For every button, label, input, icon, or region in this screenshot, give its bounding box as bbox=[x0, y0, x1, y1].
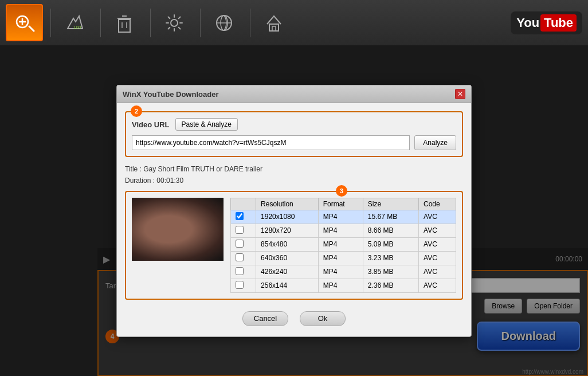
svg-point-11 bbox=[160, 209, 195, 249]
svg-text:100: 100 bbox=[73, 25, 81, 30]
video-title: Title : Gay Short Film TRUTH or DARE tra… bbox=[125, 164, 463, 175]
video-duration: Duration : 00:01:30 bbox=[125, 175, 463, 186]
modal-footer: Cancel Ok bbox=[125, 307, 463, 328]
browser-button[interactable] bbox=[205, 4, 242, 41]
clean-button[interactable]: 100 bbox=[56, 4, 93, 41]
cell-format: MP4 bbox=[318, 210, 363, 224]
row-checkbox-1[interactable] bbox=[236, 226, 244, 234]
home-button[interactable] bbox=[255, 4, 292, 41]
cell-resolution: 256x144 bbox=[256, 279, 319, 292]
cell-size: 8.66 MB bbox=[363, 224, 418, 237]
table-row[interactable]: 426x240 MP4 3.85 MB AVC bbox=[231, 265, 456, 279]
thumbnail-image bbox=[132, 198, 224, 261]
settings-button[interactable] bbox=[155, 4, 193, 41]
url-input-row: Analyze bbox=[132, 135, 456, 150]
format-table-wrap: Resolution Format Size Code 1920x1080 MP… bbox=[230, 198, 456, 293]
modal-title: WinX YouTube Downloader bbox=[123, 90, 218, 99]
col-format: Format bbox=[318, 198, 363, 210]
svg-point-9 bbox=[140, 201, 192, 258]
svg-rect-7 bbox=[272, 26, 276, 31]
divider-1 bbox=[50, 9, 51, 37]
thumbnail bbox=[132, 198, 224, 261]
cell-format: MP4 bbox=[318, 224, 363, 237]
url-label: Video URL bbox=[132, 120, 170, 129]
table-row[interactable]: 256x144 MP4 2.36 MB AVC bbox=[231, 279, 456, 292]
col-check bbox=[231, 198, 256, 210]
col-size: Size bbox=[363, 198, 418, 210]
cell-code: AVC bbox=[419, 279, 456, 292]
cell-size: 3.23 MB bbox=[363, 251, 418, 265]
svg-rect-2 bbox=[119, 19, 130, 32]
video-info: Title : Gay Short Film TRUTH or DARE tra… bbox=[125, 164, 463, 186]
col-code: Code bbox=[419, 198, 456, 210]
svg-rect-8 bbox=[132, 198, 224, 261]
cell-size: 3.85 MB bbox=[363, 265, 418, 279]
svg-rect-6 bbox=[269, 24, 279, 31]
youtube-you-text: You bbox=[516, 15, 539, 30]
cell-code: AVC bbox=[419, 237, 456, 251]
svg-point-14 bbox=[159, 218, 171, 232]
table-row[interactable]: 640x360 MP4 3.23 MB AVC bbox=[231, 251, 456, 265]
youtube-tube-text: Tube bbox=[540, 14, 577, 32]
cell-code: AVC bbox=[419, 224, 456, 237]
svg-point-13 bbox=[178, 215, 201, 240]
cell-format: MP4 bbox=[318, 265, 363, 279]
url-input[interactable] bbox=[132, 135, 410, 150]
row-checkbox-0[interactable] bbox=[236, 212, 244, 220]
row-checkbox-3[interactable] bbox=[236, 253, 244, 261]
row-checkbox-4[interactable] bbox=[236, 267, 244, 275]
cell-code: AVC bbox=[419, 210, 456, 224]
cell-resolution: 640x360 bbox=[256, 251, 319, 265]
modal-titlebar: WinX YouTube Downloader ✕ bbox=[117, 85, 471, 103]
main-area: ▶ ⏸ 00:00:00 Target Folder: Browse Open … bbox=[0, 46, 588, 376]
cell-resolution: 1920x1080 bbox=[256, 210, 319, 224]
url-row: Video URL Paste & Analyze bbox=[132, 118, 456, 131]
cell-size: 15.67 MB bbox=[363, 210, 418, 224]
analyze-button[interactable]: Analyze bbox=[414, 135, 456, 150]
format-table: Resolution Format Size Code 1920x1080 MP… bbox=[230, 198, 456, 293]
youtube-logo: You Tube bbox=[511, 11, 582, 34]
cell-format: MP4 bbox=[318, 237, 363, 251]
add-url-button[interactable] bbox=[6, 4, 43, 41]
divider-2 bbox=[100, 9, 101, 37]
cell-size: 2.36 MB bbox=[363, 279, 418, 292]
cell-code: AVC bbox=[419, 265, 456, 279]
modal-dialog: WinX YouTube Downloader ✕ 2 Video URL Pa… bbox=[116, 85, 472, 336]
col-resolution: Resolution bbox=[256, 198, 319, 210]
cell-size: 5.09 MB bbox=[363, 237, 418, 251]
divider-5 bbox=[250, 9, 250, 37]
delete-button[interactable] bbox=[105, 4, 143, 41]
cell-code: AVC bbox=[419, 251, 456, 265]
paste-analyze-button[interactable]: Paste & Analyze bbox=[175, 118, 238, 131]
svg-point-15 bbox=[185, 220, 196, 233]
modal-body: 2 Video URL Paste & Analyze Analyze Titl… bbox=[117, 103, 471, 336]
cell-resolution: 426x240 bbox=[256, 265, 319, 279]
step2-badge: 2 bbox=[131, 105, 142, 117]
row-checkbox-2[interactable] bbox=[236, 240, 244, 248]
divider-3 bbox=[150, 9, 151, 37]
modal-overlay: WinX YouTube Downloader ✕ 2 Video URL Pa… bbox=[0, 46, 588, 376]
step3-section: 3 bbox=[125, 191, 463, 300]
divider-4 bbox=[200, 9, 201, 37]
cancel-button[interactable]: Cancel bbox=[242, 311, 288, 326]
toolbar: 100 You Tube bbox=[0, 0, 588, 46]
table-row[interactable]: 1280x720 MP4 8.66 MB AVC bbox=[231, 224, 456, 237]
table-row[interactable]: 1920x1080 MP4 15.67 MB AVC bbox=[231, 210, 456, 224]
svg-point-12 bbox=[155, 214, 178, 239]
ok-button[interactable]: Ok bbox=[300, 311, 346, 326]
cell-resolution: 1280x720 bbox=[256, 224, 319, 237]
svg-point-10 bbox=[163, 201, 215, 258]
cell-format: MP4 bbox=[318, 251, 363, 265]
cell-format: MP4 bbox=[318, 279, 363, 292]
modal-close-button[interactable]: ✕ bbox=[455, 89, 465, 99]
row-checkbox-5[interactable] bbox=[236, 281, 244, 289]
cell-resolution: 854x480 bbox=[256, 237, 319, 251]
step2-section: 2 Video URL Paste & Analyze Analyze bbox=[125, 111, 463, 157]
svg-point-3 bbox=[171, 19, 178, 26]
step3-badge: 3 bbox=[336, 185, 347, 197]
table-row[interactable]: 854x480 MP4 5.09 MB AVC bbox=[231, 237, 456, 251]
